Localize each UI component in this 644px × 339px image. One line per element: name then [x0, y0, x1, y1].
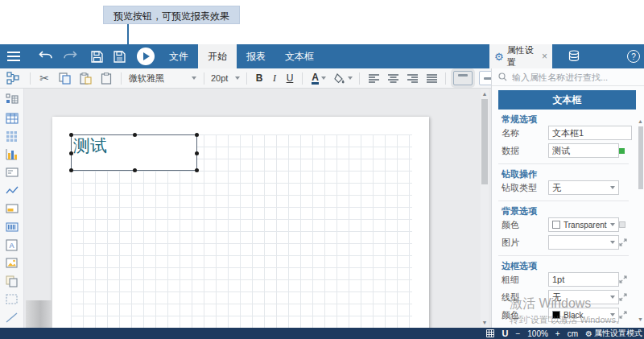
- resize-handle-e[interactable]: [195, 151, 199, 155]
- save-all-icon[interactable]: [108, 44, 130, 68]
- property-search-input[interactable]: [512, 72, 633, 82]
- bg-color-select[interactable]: Transparent: [548, 217, 619, 232]
- underline-indicator[interactable]: U: [502, 329, 508, 338]
- barcode-icon[interactable]: [5, 220, 19, 234]
- section-drill: 钻取操作: [502, 168, 644, 179]
- resize-handle-ne[interactable]: [195, 133, 199, 137]
- image-icon[interactable]: [5, 256, 19, 271]
- save-icon[interactable]: [85, 44, 108, 68]
- font-family-select[interactable]: 微软雅黑: [126, 68, 200, 89]
- hamburger-menu-icon[interactable]: [0, 44, 27, 68]
- paste-icon[interactable]: [75, 68, 96, 89]
- help-button[interactable]: ?: [627, 50, 640, 63]
- report-page[interactable]: 测试: [52, 117, 429, 328]
- drill-type-label: 钻取类型: [502, 182, 548, 194]
- layers-icon[interactable]: [5, 274, 19, 288]
- font-color-button[interactable]: A: [307, 68, 331, 89]
- canvas-vertical-scrollbar[interactable]: ▲ ▼: [481, 89, 489, 327]
- panel-scroll-up-icon[interactable]: ▲: [638, 118, 643, 124]
- italic-button[interactable]: I: [267, 68, 282, 89]
- separator: [246, 72, 247, 85]
- property-row-border-width: 粗细: [492, 271, 644, 288]
- line-icon[interactable]: [5, 310, 19, 325]
- undo-icon[interactable]: [34, 44, 58, 68]
- color-swatch-transparent: [552, 221, 560, 229]
- align-left-icon[interactable]: [364, 68, 383, 89]
- name-input[interactable]: [552, 128, 628, 138]
- selected-textbox[interactable]: 测试: [71, 134, 197, 171]
- border-style-label: 线型: [502, 291, 548, 304]
- banner-icon[interactable]: [5, 201, 19, 216]
- unit-indicator[interactable]: cm: [568, 329, 578, 338]
- border-style-select[interactable]: 无: [548, 290, 619, 304]
- redo-icon[interactable]: [58, 44, 82, 68]
- bg-image-expand-button[interactable]: [619, 238, 627, 246]
- border-style-expand-button[interactable]: [619, 293, 627, 301]
- border-color-select[interactable]: Black: [548, 308, 619, 322]
- ribbon-tab-home[interactable]: 开始: [198, 44, 237, 68]
- grid-toggle-button[interactable]: [486, 329, 494, 337]
- ribbon-tab-textbox[interactable]: 文本框: [275, 44, 324, 68]
- border-width-input[interactable]: [552, 275, 615, 284]
- database-icon: [568, 50, 580, 63]
- gray-indicator-icon: [619, 221, 625, 228]
- border-width-label: 粗细: [502, 274, 548, 286]
- clipboard-icon[interactable]: [96, 68, 117, 89]
- bold-button[interactable]: B: [251, 68, 267, 89]
- properties-panel-tab[interactable]: ⚙ 属性设置 ×: [489, 44, 552, 68]
- rich-text-icon[interactable]: A: [5, 238, 19, 252]
- file-menu[interactable]: 文件: [159, 44, 198, 68]
- underline-button[interactable]: U: [282, 68, 298, 89]
- properties-mode-button[interactable]: ⚙ 属性设置模式: [585, 328, 642, 339]
- cut-icon[interactable]: ✂: [35, 68, 54, 89]
- separator: [121, 72, 122, 85]
- data-source-button[interactable]: [562, 44, 586, 68]
- resize-handle-sw[interactable]: [69, 168, 73, 172]
- name-label: 名称: [502, 127, 548, 139]
- scroll-down-icon[interactable]: ▼: [481, 320, 488, 325]
- align-center-icon[interactable]: [383, 68, 402, 89]
- border-style-value: 无: [552, 291, 561, 304]
- data-expression-button[interactable]: [619, 148, 625, 154]
- panel-scrollbar-thumb[interactable]: [638, 126, 643, 189]
- textbox-icon[interactable]: [5, 165, 19, 180]
- resize-handle-n[interactable]: [133, 133, 137, 137]
- bg-image-select[interactable]: [548, 235, 619, 250]
- hierarchy-icon[interactable]: [0, 68, 26, 89]
- container-icon[interactable]: [5, 292, 19, 307]
- panel-scroll-down-icon[interactable]: ▼: [638, 316, 643, 322]
- toolbox-sidebar: A: [0, 89, 24, 328]
- valign-top-button[interactable]: [453, 71, 473, 85]
- scroll-up-icon[interactable]: ▲: [481, 91, 488, 97]
- preview-play-button[interactable]: [137, 48, 155, 65]
- ribbon-tab-report[interactable]: 报表: [237, 44, 275, 68]
- resize-handle-w[interactable]: [69, 151, 73, 155]
- resize-handle-se[interactable]: [195, 168, 199, 172]
- close-icon[interactable]: ×: [542, 51, 547, 62]
- font-size-select[interactable]: 20pt: [208, 68, 242, 89]
- scrollbar-thumb[interactable]: [481, 99, 488, 184]
- border-color-expand-button[interactable]: [619, 311, 627, 319]
- fill-color-button[interactable]: [331, 68, 355, 89]
- svg-text:A: A: [9, 242, 14, 250]
- matrix-icon[interactable]: [5, 129, 19, 143]
- zoom-out-button[interactable]: −: [515, 329, 520, 338]
- drill-type-select[interactable]: 无: [548, 180, 619, 195]
- design-canvas[interactable]: 测试 ▲ ▼: [24, 89, 491, 328]
- chart-icon[interactable]: [5, 147, 19, 162]
- sparkline-icon[interactable]: [5, 184, 19, 198]
- data-input[interactable]: [552, 146, 615, 155]
- table-icon[interactable]: [5, 111, 19, 126]
- separator: [30, 72, 31, 85]
- properties-mode-label: 属性设置模式: [594, 328, 642, 339]
- resize-handle-nw[interactable]: [69, 133, 73, 137]
- chevron-down-icon: [235, 76, 240, 80]
- copy-icon[interactable]: [54, 68, 75, 89]
- align-justify-icon[interactable]: [422, 68, 441, 89]
- zoom-in-button[interactable]: +: [555, 329, 560, 338]
- report-structure-icon[interactable]: [5, 93, 19, 107]
- border-width-expand-button[interactable]: [619, 275, 627, 283]
- resize-handle-s[interactable]: [133, 168, 137, 172]
- bg-color-more-button[interactable]: [619, 221, 625, 228]
- align-right-icon[interactable]: [402, 68, 422, 89]
